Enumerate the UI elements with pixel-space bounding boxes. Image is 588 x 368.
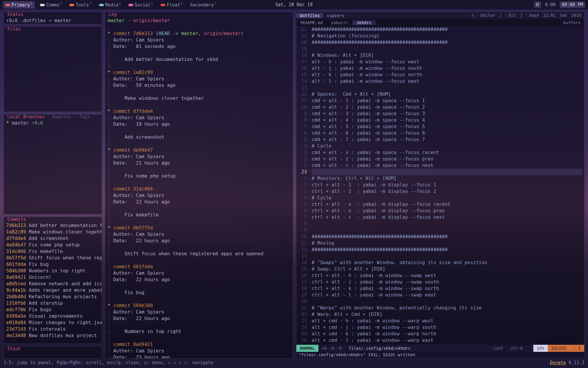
code-line[interactable]: # "Swaps" with another Window, obtaining… (312, 259, 582, 266)
status-panel[interactable]: Status ↑0↓0 .dotfiles → master (4, 12, 102, 24)
workspace-secondary[interactable]: Secondary7 (188, 1, 218, 9)
code-line[interactable]: ctrl + alt - x : yabai -m display --focu… (312, 201, 582, 208)
code-line[interactable] (312, 221, 582, 227)
tmux-window-editor[interactable]: 0 〉Editor (472, 13, 495, 18)
commit-row[interactable]: de13448 New dotfiles mux project (6, 332, 99, 339)
filetype: conf (490, 345, 507, 352)
commit-row[interactable]: 9c44a1b Adds ranger and more yabai (6, 287, 99, 294)
branches-panel[interactable]: Local Branches - Remotes - Tags * master… (4, 114, 102, 214)
code-line[interactable]: cmd + alt - 7 : yabai -m space --focus 7 (312, 136, 582, 143)
workspace-primary[interactable]: Primary1 (3, 1, 35, 9)
commit-row[interactable]: d7fdde4 Add screenshot (6, 235, 99, 242)
workspace-comms[interactable]: Comms2 (38, 1, 64, 9)
commit-row[interactable]: 8a69421 Unicorn! (6, 274, 99, 281)
code-line[interactable]: ########################################… (312, 246, 582, 253)
commit-row[interactable]: 661fdda Fix bug (6, 261, 99, 268)
commit-row[interactable]: e918d84 Minor changes to right.jsx (6, 319, 99, 326)
code-line[interactable] (312, 169, 582, 175)
commit-row[interactable]: 0399a5e Visual improvements (6, 313, 99, 319)
code-line[interactable]: ctrl + alt - k : yabai -m window --swap … (312, 285, 582, 292)
code-line[interactable] (312, 253, 582, 259)
tmux-window-bash[interactable]: 2 〉bash (520, 13, 539, 18)
code-line[interactable]: alt - l : yabai -m window --focus east (312, 78, 582, 84)
code-line[interactable]: ctrl + alt - 2 : yabai -m display --focu… (312, 188, 582, 195)
code-line[interactable]: alt + cmd - k : yabai -m window --warp n… (312, 331, 582, 337)
workspace-float[interactable]: Float6 (158, 1, 185, 9)
commit-row[interactable]: 584b308 Numbers in top right (6, 268, 99, 274)
commit-row[interactable]: 1310fb6 Add starship (6, 300, 99, 306)
code-area[interactable]: 2221201918171615141312111098765432123123… (296, 26, 584, 344)
code-line[interactable]: # Monitors: Ctrl + Alt + [NUM] (312, 175, 582, 182)
code-line[interactable]: # Warp: Alt + Cmd + [DIR] (312, 311, 582, 318)
commit-row[interactable]: 0b57f5d Shift focus when these registe (6, 255, 99, 261)
stash-panel[interactable]: Stash (4, 346, 102, 359)
buffer-tab-readmemd[interactable]: README.md (296, 20, 327, 25)
tmux-window-git[interactable]: 1 〉Git (500, 13, 516, 18)
code-line[interactable]: ########################################… (312, 39, 582, 46)
code-line[interactable]: alt + cmd - h : yabai -m window --warp w… (312, 318, 582, 324)
commit-row[interactable]: 2b0b48d Refactoring mux projects (6, 294, 99, 300)
code-line[interactable]: cmd + alt - 5 : yabai -m space --focus 5 (312, 123, 582, 130)
buffer-tab-yabairc[interactable]: yabairc (327, 20, 353, 25)
code-line[interactable]: alt - j : yabai -m window --focus south (312, 65, 582, 72)
git-status: +0 ~0 -0 (318, 345, 345, 352)
code-line[interactable]: cmd + alt - 6 : yabai -m space --focus 6 (312, 130, 582, 136)
code-line[interactable]: cmd + alt - z : yabai -m space --focus p… (312, 156, 582, 162)
code-line[interactable]: # Windows: Alt + [DIR] (312, 52, 582, 59)
code-line[interactable]: alt + cmd - l : yabai -m window --warp e… (312, 337, 582, 344)
crumb-dotfiles[interactable]: Dotfiles (296, 13, 323, 18)
commit-row[interactable]: a8d5ced Remove network and add icons t (6, 281, 99, 287)
code-line[interactable] (312, 344, 582, 344)
code-line[interactable]: cmd + alt - 4 : yabai -m space --focus 4 (312, 117, 582, 123)
crumb-user[interactable]: cspiers (323, 13, 348, 18)
workspace-media[interactable]: Media4 (97, 1, 123, 9)
commit-row[interactable]: 7d6b313 Add better documentation for s (6, 222, 99, 229)
menubar-date: Sat, 28 Dec 19 (275, 2, 313, 7)
code-line[interactable]: cmd + alt - 1 : yabai -m space --focus 1 (312, 97, 582, 104)
files-panel[interactable]: Files (4, 26, 102, 112)
donate-link[interactable]: Donate (550, 360, 566, 365)
menubar-badge[interactable]: H (534, 1, 541, 8)
code-line[interactable]: ctrl + alt - j : yabai -m window --swap … (312, 279, 582, 285)
code-line[interactable]: alt - h : yabai -m window --focus west (312, 59, 582, 65)
code-line[interactable]: alt - k : yabai -m window --focus north (312, 72, 582, 78)
code-line[interactable]: alt + cmd - j : yabai -m window --warp s… (312, 324, 582, 331)
commit-row[interactable]: 23d7143 Fix intervals (6, 326, 99, 332)
commit-row[interactable]: 4e94b47 Fix some php setup (6, 242, 99, 248)
branch-line[interactable]: master (9, 120, 32, 126)
code-line[interactable]: cmd + alt - 3 : yabai -m space --focus 3 (312, 110, 582, 117)
code-line[interactable]: # Navigation (focussing) (312, 33, 582, 39)
commit-row[interactable]: edcf70b Fix bugs (6, 306, 99, 313)
workspace-tools[interactable]: Tools3 (67, 1, 93, 9)
code-line[interactable]: ctrl + alt - h : yabai -m window --swap … (312, 272, 582, 279)
commit-row[interactable]: 1a82c89 Make windows closer together (6, 229, 99, 235)
workspace-social[interactable]: Social5 (126, 1, 155, 9)
code-line[interactable]: ctrl + alt - 1 : yabai -m display --focu… (312, 182, 582, 188)
code-line[interactable]: ctrl + alt - z : yabai -m display --focu… (312, 208, 582, 214)
code-line[interactable]: # Spaces: Cmd + Alt + [NUM] (312, 91, 582, 97)
commit-row[interactable]: 31dc066 Fix makefile (6, 248, 99, 255)
code-line[interactable]: # Moving (312, 240, 582, 246)
code-line[interactable]: # Cycle (312, 195, 582, 201)
vim-cmdline[interactable]: "files/.config/skhd/skhdrc" 151L, 5222C … (296, 352, 584, 358)
code-line[interactable]: cmd + alt - c : yabai -m space --focus n… (312, 162, 582, 169)
code-line[interactable] (312, 46, 582, 52)
code-line[interactable]: # Cycle (312, 143, 582, 149)
code-line[interactable] (312, 298, 582, 305)
line-pos: 23/151 (548, 345, 570, 352)
code-line[interactable]: ctrl + alt - l : yabai -m window --swap … (312, 292, 582, 298)
code-line[interactable]: cmd + alt - 2 : yabai -m space --focus 2 (312, 104, 582, 110)
code-line[interactable]: ########################################… (312, 26, 582, 33)
code-line[interactable]: # Swap: Ctrl + Alt + [DIR] (312, 266, 582, 272)
code-line[interactable]: # "Warps" with another Window, potential… (312, 305, 582, 311)
status-line: ↑0↓0 .dotfiles → master (6, 18, 71, 23)
code-line[interactable]: cmd + alt - x : yabai -m space --focus r… (312, 149, 582, 156)
log-panel[interactable]: Log master → origin/master * commit 7d6b… (105, 12, 293, 359)
commits-panel[interactable]: Commits 7d6b313 Add better documentation… (4, 217, 102, 344)
code-line[interactable] (312, 84, 582, 91)
code-line[interactable]: ########################################… (312, 233, 582, 240)
editor-panel[interactable]: Dotfiles cspiers 〉 0 〉Editor1 〉Git2 〉bas… (296, 12, 584, 359)
buffer-tab-skhdrc[interactable]: skhdrc (353, 20, 376, 25)
code-line[interactable] (312, 227, 582, 233)
code-line[interactable]: ctrl + alt - c : yabai -m display --focu… (312, 214, 582, 221)
